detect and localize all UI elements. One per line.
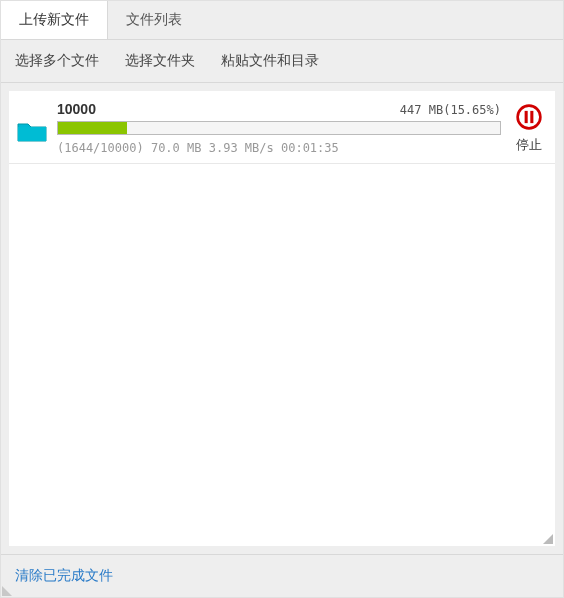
svg-rect-2: [525, 111, 528, 123]
tabs: 上传新文件 文件列表: [1, 1, 563, 40]
clear-completed-link[interactable]: 清除已完成文件: [15, 567, 113, 583]
svg-rect-0: [18, 127, 46, 141]
tab-upload-new[interactable]: 上传新文件: [1, 1, 108, 39]
upload-stats: (1644/10000) 70.0 MB 3.93 MB/s 00:01:35: [57, 141, 501, 155]
stop-button[interactable]: 停止: [515, 103, 543, 154]
upload-size-percent: 447 MB(15.65%): [400, 103, 501, 117]
upload-header-row: 10000 447 MB(15.65%): [57, 101, 501, 117]
upload-dialog: 上传新文件 文件列表 选择多个文件 选择文件夹 粘贴文件和目录: [0, 0, 564, 598]
upload-item: 10000 447 MB(15.65%) (1644/10000) 70.0 M…: [9, 91, 555, 164]
svg-point-1: [518, 106, 541, 129]
tab-upload-new-label: 上传新文件: [19, 11, 89, 27]
tab-file-list-label: 文件列表: [126, 11, 182, 27]
footer: 清除已完成文件: [1, 554, 563, 597]
paste-files-label: 粘贴文件和目录: [221, 52, 319, 68]
toolbar: 选择多个文件 选择文件夹 粘贴文件和目录: [1, 40, 563, 83]
svg-rect-3: [530, 111, 533, 123]
upload-name: 10000: [57, 101, 96, 117]
scroll-resize-icon[interactable]: [543, 534, 553, 544]
select-folder-label: 选择文件夹: [125, 52, 195, 68]
paste-files-button[interactable]: 粘贴文件和目录: [221, 52, 319, 70]
progress-bar: [57, 121, 501, 135]
upload-info: 10000 447 MB(15.65%) (1644/10000) 70.0 M…: [57, 101, 501, 155]
pause-icon: [515, 103, 543, 131]
select-multiple-label: 选择多个文件: [15, 52, 99, 68]
select-folder-button[interactable]: 选择文件夹: [125, 52, 195, 70]
select-multiple-files-button[interactable]: 选择多个文件: [15, 52, 99, 70]
resize-handle-icon[interactable]: [2, 586, 12, 596]
tab-file-list[interactable]: 文件列表: [108, 1, 200, 39]
folder-icon: [17, 119, 47, 143]
progress-fill: [58, 122, 127, 134]
upload-list: 10000 447 MB(15.65%) (1644/10000) 70.0 M…: [9, 91, 555, 546]
stop-label: 停止: [515, 136, 543, 154]
clear-completed-label: 清除已完成文件: [15, 567, 113, 583]
